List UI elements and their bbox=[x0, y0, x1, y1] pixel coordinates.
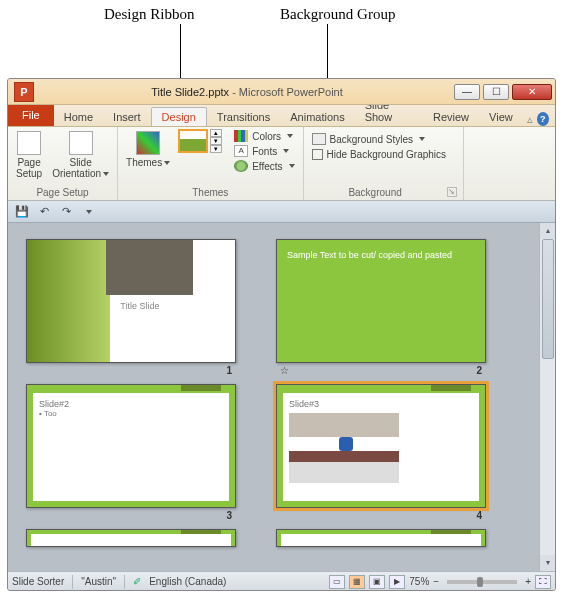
slide-cell-4[interactable]: Slide#3 4 bbox=[276, 384, 486, 521]
fit-to-window-button[interactable]: ⛶ bbox=[535, 575, 551, 589]
slide-thumb-4[interactable]: Slide#3 bbox=[276, 384, 486, 508]
scroll-down-button[interactable]: ▾ bbox=[540, 555, 555, 571]
status-language[interactable]: English (Canada) bbox=[149, 576, 226, 587]
themes-label: Themes bbox=[126, 157, 170, 168]
slide-thumb-6[interactable] bbox=[276, 529, 486, 547]
group-themes: Themes ▴▾▾ Colors AFonts Effects Themes bbox=[118, 127, 304, 200]
tab-transitions[interactable]: Transitions bbox=[207, 108, 280, 126]
undo-button[interactable]: ↶ bbox=[36, 204, 52, 220]
slide-sorter-panel: Title Slide 1 Sample Text to be cut/ cop… bbox=[8, 223, 555, 571]
slide-thumb-3[interactable]: Slide#2• Too bbox=[26, 384, 236, 508]
tab-design[interactable]: Design bbox=[151, 107, 207, 126]
slide1-title: Title Slide bbox=[114, 295, 218, 346]
zoom-out-button[interactable]: − bbox=[433, 576, 439, 587]
background-styles-button[interactable]: Background Styles bbox=[310, 132, 457, 146]
close-button[interactable]: ✕ bbox=[512, 84, 552, 100]
orientation-icon bbox=[69, 131, 93, 155]
theme-thumb-current[interactable] bbox=[178, 129, 208, 153]
help-icon[interactable]: ? bbox=[537, 112, 549, 126]
scroll-up-button[interactable]: ▴ bbox=[540, 223, 555, 239]
colors-icon bbox=[234, 130, 248, 142]
themes-icon bbox=[136, 131, 160, 155]
slide-thumb-2[interactable]: Sample Text to be cut/ copied and pasted bbox=[276, 239, 486, 363]
hide-background-checkbox[interactable]: Hide Background Graphics bbox=[310, 148, 457, 161]
slide-cell-3[interactable]: Slide#2• Too 3 bbox=[26, 384, 236, 521]
slide-cell-1[interactable]: Title Slide 1 bbox=[26, 239, 236, 376]
filename-text: Title Slide2.pptx bbox=[151, 86, 229, 98]
slide2-text: Sample Text to be cut/ copied and pasted bbox=[287, 250, 475, 260]
tab-animations[interactable]: Animations bbox=[280, 108, 354, 126]
redo-button[interactable]: ↷ bbox=[58, 204, 74, 220]
annotation-background-group: Background Group bbox=[280, 6, 395, 23]
theme-colors-button[interactable]: Colors bbox=[232, 129, 296, 143]
slide-number-2: 2 bbox=[476, 365, 482, 376]
status-theme: "Austin" bbox=[81, 576, 116, 587]
slide2-star-icon: ☆ bbox=[280, 365, 289, 376]
page-setup-button[interactable]: Page Setup bbox=[14, 129, 44, 181]
orientation-label: Slide Orientation bbox=[52, 157, 109, 179]
save-button[interactable]: 💾 bbox=[14, 204, 30, 220]
ribbon-tab-strip: File Home Insert Design Transitions Anim… bbox=[8, 105, 555, 127]
theme-fonts-button[interactable]: AFonts bbox=[232, 144, 296, 158]
gallery-scroll[interactable]: ▴▾▾ bbox=[210, 129, 222, 153]
group-label-background: Background↘ bbox=[310, 187, 457, 200]
slide4-image bbox=[289, 413, 399, 483]
ribbon-body: Page Setup Slide Orientation Page Setup … bbox=[8, 127, 555, 201]
slide-cell-6-partial[interactable] bbox=[276, 529, 486, 547]
slide-cell-2[interactable]: Sample Text to be cut/ copied and pasted… bbox=[276, 239, 486, 376]
slide-number-1: 1 bbox=[226, 365, 232, 376]
normal-view-button[interactable]: ▭ bbox=[329, 575, 345, 589]
status-view-mode: Slide Sorter bbox=[12, 576, 64, 587]
slide4-title: Slide#3 bbox=[289, 399, 473, 409]
sorter-view-button[interactable]: ▦ bbox=[349, 575, 365, 589]
background-launcher[interactable]: ↘ bbox=[447, 187, 457, 197]
tab-view[interactable]: View bbox=[479, 108, 523, 126]
slide3-title: Slide#2 bbox=[39, 399, 223, 409]
reading-view-button[interactable]: ▣ bbox=[369, 575, 385, 589]
scroll-thumb[interactable] bbox=[542, 239, 554, 359]
vertical-scrollbar[interactable]: ▴ ▾ bbox=[539, 223, 555, 571]
slide3-bullet: Too bbox=[44, 409, 57, 418]
theme-effects-button[interactable]: Effects bbox=[232, 159, 296, 173]
maximize-button[interactable]: ☐ bbox=[483, 84, 509, 100]
slideshow-view-button[interactable]: ▶ bbox=[389, 575, 405, 589]
zoom-in-button[interactable]: + bbox=[525, 576, 531, 587]
tab-review[interactable]: Review bbox=[423, 108, 479, 126]
themes-button[interactable]: Themes bbox=[124, 129, 172, 170]
group-label-page-setup: Page Setup bbox=[14, 187, 111, 200]
page-setup-label: Page Setup bbox=[16, 157, 42, 179]
tab-insert[interactable]: Insert bbox=[103, 108, 151, 126]
bg-styles-icon bbox=[312, 133, 326, 145]
fonts-icon: A bbox=[234, 145, 248, 157]
zoom-level[interactable]: 75% bbox=[409, 576, 429, 587]
slide-number-3: 3 bbox=[226, 510, 232, 521]
page-setup-icon bbox=[17, 131, 41, 155]
file-tab[interactable]: File bbox=[8, 104, 54, 126]
minimize-ribbon-icon[interactable]: ▵ bbox=[523, 113, 537, 126]
quick-access-toolbar: 💾 ↶ ↷ bbox=[8, 201, 555, 223]
annotation-design-ribbon: Design Ribbon bbox=[104, 6, 194, 23]
status-bar: Slide Sorter "Austin" ✐ English (Canada)… bbox=[8, 571, 555, 591]
appname-text: Microsoft PowerPoint bbox=[239, 86, 343, 98]
powerpoint-icon: P bbox=[14, 82, 34, 102]
minimize-button[interactable]: — bbox=[454, 84, 480, 100]
group-label-themes: Themes bbox=[124, 187, 297, 200]
slide-thumb-1[interactable]: Title Slide bbox=[26, 239, 236, 363]
checkbox-icon bbox=[312, 149, 323, 160]
effects-icon bbox=[234, 160, 248, 172]
spellcheck-icon[interactable]: ✐ bbox=[133, 576, 141, 587]
group-page-setup: Page Setup Slide Orientation Page Setup bbox=[8, 127, 118, 200]
slide-number-4: 4 bbox=[476, 510, 482, 521]
slide-orientation-button[interactable]: Slide Orientation bbox=[50, 129, 111, 181]
app-window: P Title Slide2.pptx - Microsoft PowerPoi… bbox=[7, 78, 556, 591]
zoom-slider[interactable] bbox=[447, 580, 517, 584]
slide-thumb-5[interactable] bbox=[26, 529, 236, 547]
window-title: Title Slide2.pptx - Microsoft PowerPoint bbox=[40, 86, 454, 98]
qat-customize-button[interactable] bbox=[80, 204, 96, 220]
slide-cell-5-partial[interactable] bbox=[26, 529, 236, 547]
tab-home[interactable]: Home bbox=[54, 108, 103, 126]
title-bar: P Title Slide2.pptx - Microsoft PowerPoi… bbox=[8, 79, 555, 105]
group-background: Background Styles Hide Background Graphi… bbox=[304, 127, 464, 200]
themes-gallery[interactable]: ▴▾▾ bbox=[178, 129, 222, 153]
